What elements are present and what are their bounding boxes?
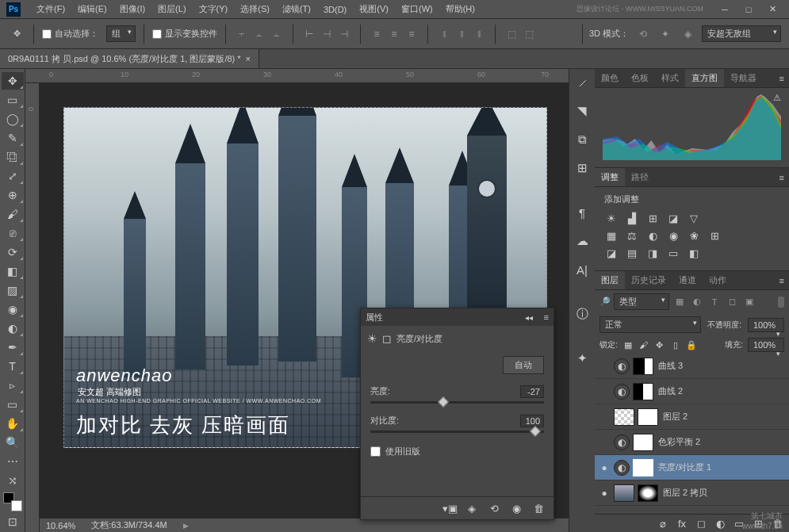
bw-icon[interactable]: ◐ (645, 229, 660, 242)
adjustment-thumb[interactable]: ◐ (614, 384, 630, 400)
info-icon[interactable]: ⓘ (572, 304, 592, 324)
balance-icon[interactable]: ⚖ (625, 229, 639, 242)
eyedropper-tool[interactable]: ⤢ (2, 167, 24, 185)
mask-thumb[interactable] (638, 484, 658, 502)
close-tab-icon[interactable]: × (246, 54, 251, 63)
menu-help[interactable]: 帮助(H) (439, 3, 481, 15)
arrange-icon[interactable]: ⬚ (504, 26, 519, 42)
align-top-icon[interactable]: ⫟ (234, 26, 250, 42)
stamp-tool[interactable]: ⎚ (2, 224, 24, 242)
crop-tool[interactable]: ⿻ (2, 148, 24, 166)
3d-orbit-icon[interactable]: ⟲ (635, 26, 651, 42)
menu-filter[interactable]: 滤镜(T) (276, 3, 317, 15)
layer-name[interactable]: 亮度/对比度 1 (658, 461, 711, 473)
menu-window[interactable]: 窗口(W) (395, 3, 439, 15)
reset-icon[interactable]: ⟲ (487, 502, 501, 515)
3d-pan-icon[interactable]: ✦ (657, 26, 673, 42)
hand-tool[interactable]: ✋ (2, 415, 24, 432)
adjustment-thumb[interactable]: ◐ (614, 460, 630, 476)
panel-menu-icon[interactable]: ≡ (775, 276, 789, 285)
align-right-icon[interactable]: ⊣ (336, 26, 352, 42)
layer-comps-icon[interactable]: ⊞ (572, 158, 592, 178)
brush-panel-icon[interactable]: ⟋ (572, 72, 592, 93)
menu-select[interactable]: 选择(S) (234, 3, 276, 15)
zoom-tool[interactable]: 🔍 (2, 434, 24, 451)
histogram-tab[interactable]: 直方图 (685, 69, 724, 87)
layer-item[interactable]: ● ◐ 亮度/对比度 1 (595, 455, 789, 480)
filter-pixel-icon[interactable]: ▦ (672, 296, 687, 308)
distribute-icon[interactable]: ≡ (386, 26, 402, 42)
clone-source-icon[interactable]: ⧉ (572, 129, 592, 150)
filter-type-icon[interactable]: T (707, 296, 722, 308)
menu-file[interactable]: 文件(F) (30, 3, 71, 15)
adjustment-icon[interactable]: ◐ (713, 517, 727, 530)
link-icon[interactable]: ⌀ (656, 517, 670, 530)
fill-dropdown[interactable]: 100% (748, 338, 784, 352)
menu-view[interactable]: 视图(V) (353, 3, 395, 15)
legacy-checkbox[interactable]: 使用旧版 (370, 446, 544, 457)
paragraph-icon[interactable]: ¶ (572, 202, 592, 223)
distribute-icon[interactable]: ⦀ (471, 26, 487, 42)
styles-tab[interactable]: 样式 (655, 69, 685, 87)
layer-item[interactable]: ◐ 曲线 3 (595, 354, 789, 379)
mask-thumb[interactable] (633, 358, 653, 375)
layer-name[interactable]: 曲线 2 (658, 385, 683, 397)
distribute-icon[interactable]: ⦀ (436, 26, 452, 42)
threshold-icon[interactable]: ◨ (645, 247, 660, 259)
arrange-icon[interactable]: ⬚ (521, 26, 537, 42)
swatches-tab[interactable]: 色板 (625, 69, 655, 87)
distribute-icon[interactable]: ⦀ (454, 26, 469, 42)
brightness-value[interactable]: -27 (520, 385, 544, 398)
lock-transparency-icon[interactable]: ▦ (622, 339, 634, 350)
distribute-icon[interactable]: ≡ (369, 26, 385, 42)
character-icon[interactable]: A| (572, 259, 592, 280)
visibility-toggle[interactable]: ● (598, 488, 611, 499)
layer-item[interactable]: 图层 2 (595, 404, 789, 430)
channel-mixer-icon[interactable]: ❀ (687, 229, 701, 242)
align-vcenter-icon[interactable]: ⫠ (251, 26, 267, 42)
navigator-tab[interactable]: 导航器 (724, 69, 763, 87)
auto-select-dropdown[interactable]: 组 (106, 25, 136, 42)
layer-name[interactable]: 曲线 3 (658, 360, 683, 372)
gradient-tool[interactable]: ▨ (2, 281, 24, 299)
auto-select-checkbox[interactable]: 自动选择： (42, 28, 98, 40)
path-select-tool[interactable]: ▹ (2, 377, 24, 394)
layer-name[interactable]: 图层 2 (663, 411, 688, 423)
photo-filter-icon[interactable]: ◉ (666, 229, 680, 242)
zoom-level[interactable]: 10.64% (46, 521, 75, 530)
healing-tool[interactable]: ⊕ (2, 186, 24, 204)
lock-nest-icon[interactable]: ▯ (670, 339, 681, 350)
mask-thumb[interactable] (633, 459, 653, 477)
history-brush-tool[interactable]: ⟳ (2, 243, 24, 261)
color-tab[interactable]: 颜色 (595, 69, 625, 87)
actions-tab[interactable]: 动作 (703, 271, 733, 289)
brightness-icon[interactable]: ☀ (604, 212, 619, 224)
invert-icon[interactable]: ◪ (604, 247, 619, 259)
vibrance-icon[interactable]: ▽ (687, 212, 701, 224)
menu-edit[interactable]: 编辑(E) (71, 3, 113, 15)
type-tool[interactable]: T (2, 358, 24, 375)
mask-thumb[interactable] (638, 408, 658, 426)
clip-icon[interactable]: ▾▣ (442, 502, 457, 515)
curves-icon[interactable]: ⊞ (645, 212, 660, 224)
filter-toggle[interactable] (778, 297, 784, 308)
pen-tool[interactable]: ✒ (2, 339, 24, 356)
blur-tool[interactable]: ◉ (2, 300, 24, 318)
filter-kind-dropdown[interactable]: 类型 (614, 293, 669, 310)
align-hcenter-icon[interactable]: ⊣ (319, 26, 335, 42)
quick-select-tool[interactable]: ✎ (2, 129, 24, 147)
adjustment-thumb[interactable]: ◐ (614, 358, 630, 374)
lock-position-icon[interactable]: ✥ (654, 339, 665, 350)
close-button[interactable]: ✕ (762, 2, 783, 17)
marquee-tool[interactable]: ▭ (2, 91, 24, 109)
library-icon[interactable]: ☁ (572, 231, 592, 251)
opacity-dropdown[interactable]: 100% (748, 318, 784, 332)
layer-thumb[interactable] (614, 408, 634, 426)
lookup-icon[interactable]: ⊞ (707, 229, 722, 242)
align-bottom-icon[interactable]: ⫠ (269, 26, 285, 42)
doc-size[interactable]: 文档:63.3M/734.4M (91, 519, 167, 531)
eraser-tool[interactable]: ◧ (2, 262, 24, 280)
brightness-slider[interactable] (370, 401, 544, 404)
adjustment-thumb[interactable]: ◐ (614, 434, 630, 450)
dodge-tool[interactable]: ◐ (2, 320, 24, 337)
